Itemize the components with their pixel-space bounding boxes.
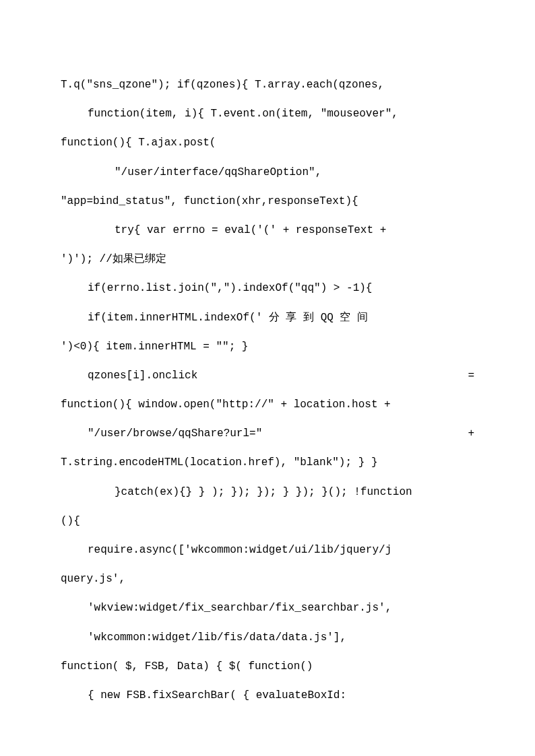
code-line: 'wkcommon:widget/lib/fis/data/data.js'], <box>61 623 474 652</box>
code-line: qzones[i].onclick= <box>61 362 474 390</box>
code-fragment: qzones[i].onclick <box>88 362 197 390</box>
code-line: "/user/interface/qqShareOption", <box>61 158 474 187</box>
code-fragment: if(item.innerHTML.indexOf(' 分 享 到 QQ 空 间 <box>88 304 368 333</box>
code-line: require.async(['wkcommon:widget/ui/lib/j… <box>61 536 474 565</box>
code-line: function(item, i){ T.event.on(item, "mou… <box>61 100 474 129</box>
code-line: function( $, FSB, Data) { $( function() <box>61 652 474 681</box>
code-fragment: + <box>468 419 474 448</box>
code-line: T.string.encodeHTML(location.href), "bla… <box>61 448 474 477</box>
code-line: { new FSB.fixSearchBar( { evaluateBoxId: <box>61 681 474 710</box>
code-line: query.js', <box>61 565 474 594</box>
code-line: }catch(ex){} } ); }); }); } }); }(); !fu… <box>61 478 474 507</box>
code-line: try{ var errno = eval('(' + responseText… <box>61 216 474 245</box>
code-fragment: try{ var errno = eval('(' + responseText… <box>115 216 386 245</box>
code-line: function(){ T.ajax.post( <box>61 129 474 158</box>
page-body: T.q("sns_qzone"); if(qzones){ T.array.ea… <box>0 0 535 710</box>
code-fragment: = <box>468 362 474 390</box>
code-line: T.q("sns_qzone"); if(qzones){ T.array.ea… <box>61 71 474 100</box>
code-line: ')<0){ item.innerHTML = ""; } <box>61 333 474 362</box>
code-line: (){ <box>61 507 474 536</box>
code-fragment: { new FSB.fixSearchBar( { evaluateBoxId: <box>88 681 346 710</box>
code-line: if(item.innerHTML.indexOf(' 分 享 到 QQ 空 间 <box>61 304 474 333</box>
code-line: "/user/browse/qqShare?url="+ <box>61 419 474 448</box>
code-line: 'wkview:widget/fix_searchbar/fix_searchb… <box>61 594 474 623</box>
code-line: function(){ window.open("http://" + loca… <box>61 390 474 419</box>
code-fragment: "/user/browse/qqShare?url=" <box>88 419 262 448</box>
code-line: "app=bind_status", function(xhr,response… <box>61 187 474 216</box>
code-line: ')'); //如果已绑定 <box>61 245 474 274</box>
code-line: if(errno.list.join(",").indexOf("qq") > … <box>61 274 474 303</box>
